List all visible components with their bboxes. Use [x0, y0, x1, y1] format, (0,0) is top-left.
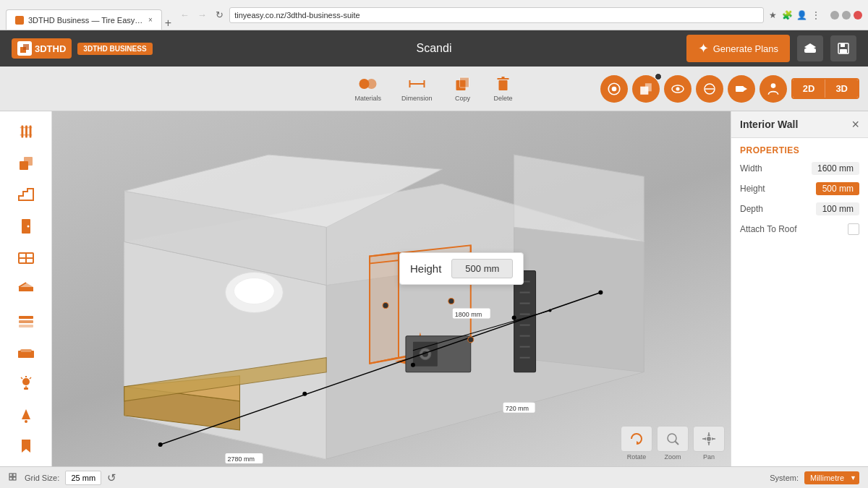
materials-icon — [358, 75, 378, 93]
svg-text:2780 mm: 2780 mm — [227, 455, 254, 463]
new-tab-button[interactable]: + — [165, 17, 171, 30]
prop-row-width: Width 1600 mm — [731, 158, 868, 179]
svg-rect-123 — [9, 477, 12, 480]
svg-marker-44 — [19, 283, 33, 287]
view-btn-layers[interactable] — [696, 75, 723, 103]
rotate-control[interactable]: Rotate — [621, 426, 652, 461]
svg-rect-20 — [645, 83, 652, 91]
view-btn-eye[interactable] — [664, 75, 692, 103]
camera-icon — [607, 82, 621, 96]
toolbar-materials[interactable]: Materials — [346, 71, 390, 106]
zoom-icon — [657, 426, 689, 452]
bottom-bar: Grid Size: ↺ System: Millimetre ▼ — [0, 466, 868, 488]
sidebar-item-door[interactable] — [9, 212, 43, 241]
tab-favicon — [15, 16, 24, 25]
sidebar-item-light[interactable] — [9, 369, 43, 398]
wall-icon — [16, 121, 36, 142]
sidebar-item-wall[interactable] — [9, 117, 43, 146]
box-icon — [16, 153, 36, 173]
toolbar-dimension[interactable]: Dimension — [393, 71, 441, 106]
toolbar-copy[interactable]: Copy — [444, 71, 482, 106]
svg-point-106 — [383, 303, 388, 309]
toolbar-delete[interactable]: Delete — [485, 71, 522, 106]
badge-icon — [655, 73, 662, 80]
main-area: 1800 mm 720 mm 2780 mm Height 500 mm Rot… — [0, 111, 868, 466]
zoom-control[interactable]: Zoom — [657, 426, 689, 461]
svg-point-58 — [25, 420, 27, 423]
svg-point-22 — [676, 87, 679, 90]
window-icon — [16, 247, 36, 267]
panel-title: Interior Wall — [740, 119, 798, 130]
help-button[interactable] — [797, 35, 823, 61]
svg-point-94 — [598, 291, 603, 295]
prop-row-depth: Depth 100 mm — [731, 199, 868, 219]
panel-close-button[interactable]: × — [851, 118, 859, 131]
svg-point-95 — [411, 363, 415, 367]
browser-chrome: 3DTHD Business — Tire Easy - T × + ← → ↻… — [0, 0, 868, 30]
paint-icon — [16, 405, 36, 425]
sidebar-item-layers[interactable] — [9, 306, 43, 335]
svg-rect-34 — [24, 157, 33, 166]
header-right: ✦ Generate Plans — [686, 35, 856, 62]
svg-rect-5 — [841, 43, 845, 47]
svg-rect-13 — [460, 77, 469, 87]
depth-value: 100 mm — [816, 202, 859, 215]
pan-control[interactable]: Pan — [693, 426, 725, 461]
svg-rect-32 — [20, 134, 32, 135]
toggle-3d-button[interactable]: 3D — [825, 80, 858, 98]
extensions-icon[interactable]: 🧩 — [781, 9, 793, 21]
tab-close-icon[interactable]: × — [148, 16, 153, 24]
svg-rect-51 — [31, 351, 34, 358]
view-btn-video[interactable] — [728, 75, 755, 103]
window-close[interactable] — [854, 11, 862, 20]
view-btn-person[interactable] — [760, 75, 787, 103]
window-maximize[interactable] — [842, 11, 851, 20]
business-badge: 3DTHD Business — [77, 43, 152, 55]
toggle-2d-button[interactable]: 2D — [793, 80, 825, 98]
grid-size-input[interactable] — [65, 471, 101, 485]
height-tooltip: Height 500 mm — [399, 252, 524, 285]
height-prop-value[interactable]: 500 mm — [816, 182, 859, 195]
svg-point-110 — [668, 434, 676, 442]
forward-button[interactable]: → — [195, 8, 209, 22]
reset-grid-button[interactable]: ↺ — [107, 471, 116, 484]
panel-section-title: Properties — [731, 138, 868, 158]
menu-icon[interactable]: ⋮ — [810, 9, 822, 21]
viewport[interactable]: 1800 mm 720 mm 2780 mm Height 500 mm Rot… — [52, 111, 731, 466]
sidebar-item-box[interactable] — [9, 149, 43, 178]
grid-icon — [9, 473, 19, 483]
attach-roof-checkbox[interactable] — [848, 223, 859, 235]
bookmark-star-icon[interactable]: ★ — [767, 9, 778, 21]
browser-tab[interactable]: 3DTHD Business — Tire Easy - T × — [6, 9, 162, 30]
system-label: System: — [770, 474, 799, 482]
window-minimize[interactable] — [830, 11, 839, 20]
toolbar-wrap: Materials Dimension Copy Delete — [0, 67, 868, 111]
svg-line-111 — [676, 442, 679, 445]
sidebar-item-furniture[interactable] — [9, 338, 43, 367]
sidebar-item-slab[interactable] — [9, 275, 43, 304]
sidebar-item-window[interactable] — [9, 243, 43, 272]
svg-rect-47 — [19, 325, 33, 328]
address-bar[interactable]: tinyeasy.co.nz/3dthd-business-suite — [229, 7, 764, 23]
profile-icon[interactable]: 👤 — [796, 9, 807, 21]
system-select[interactable]: Millimetre — [804, 471, 859, 484]
svg-rect-14 — [499, 80, 508, 90]
svg-point-37 — [27, 226, 29, 228]
delete-icon — [493, 75, 514, 93]
sidebar-item-bookmark[interactable] — [9, 432, 43, 461]
back-button[interactable]: ← — [177, 8, 192, 22]
generate-plans-button[interactable]: ✦ Generate Plans — [686, 35, 790, 62]
sidebar-item-paint[interactable] — [9, 401, 43, 429]
view-btn-camera[interactable] — [600, 75, 628, 103]
save-button[interactable] — [830, 35, 856, 61]
logo-text: 3DTHD — [35, 43, 66, 54]
reload-button[interactable]: ↻ — [212, 8, 226, 22]
svg-rect-124 — [13, 477, 16, 480]
svg-point-93 — [158, 442, 163, 447]
sidebar-item-stairs[interactable] — [9, 180, 43, 209]
logo-3dthd: 3DTHD — [12, 38, 72, 59]
pan-icon — [693, 426, 725, 452]
svg-marker-26 — [744, 87, 747, 91]
depth-label: Depth — [740, 204, 763, 214]
view-btn-cube[interactable] — [632, 75, 660, 103]
